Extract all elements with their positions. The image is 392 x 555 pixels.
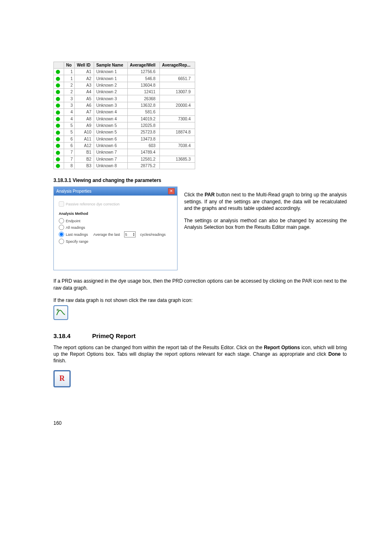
col-avgwell: Average/Well [128, 62, 160, 69]
col-color [54, 62, 64, 69]
cell-avgwell: 26368 [128, 95, 160, 102]
par-instruction-paragraph: Click the PAR button next to the Multi-R… [184, 191, 347, 212]
cell-wellid: B3 [75, 163, 94, 169]
report-r-letter: R [60, 374, 65, 383]
col-wellid: Well ID [75, 62, 94, 69]
radio-endpoint-label: Endpoint [66, 219, 81, 223]
graph-icon: R [56, 308, 65, 317]
cell-avgwell: 603 [128, 142, 160, 149]
section-number: 3.18.4 [53, 332, 90, 339]
cell-avgrep: 7300.4 [160, 115, 195, 122]
table-row: 6A12Unknown 66037038.4 [54, 142, 195, 149]
stepper-arrows-icon[interactable]: ▲▼ [133, 233, 135, 237]
cell-wellid: A5 [75, 95, 94, 102]
cell-no: 3 [64, 95, 75, 102]
cell-avgwell: 13632.8 [128, 102, 160, 108]
cell-no: 5 [64, 129, 75, 136]
cell-wellid: A6 [75, 102, 94, 108]
col-samplename: Sample Name [94, 62, 128, 69]
cell-no: 1 [64, 75, 75, 82]
row-color-swatch [54, 69, 64, 75]
row-color-swatch [54, 82, 64, 88]
cell-avgrep [160, 149, 195, 156]
analysis-method-label: Analysis Method [59, 212, 172, 216]
cell-wellid: B1 [75, 149, 94, 156]
row-color-swatch [54, 163, 64, 169]
cell-avgwell: 28775.2 [128, 163, 160, 169]
results-table: No Well ID Sample Name Average/Well Aver… [53, 62, 195, 169]
row-color-swatch [54, 149, 64, 156]
cell-no: 3 [64, 102, 75, 108]
cell-avgwell: 13473.8 [128, 136, 160, 142]
row-color-swatch [54, 102, 64, 108]
cell-samplename: Unknown 7 [94, 149, 128, 156]
cell-no: 1 [64, 69, 75, 75]
cell-avgrep: 18874.8 [160, 129, 195, 136]
table-row: 2A3Unknown 213604.8 [54, 82, 195, 88]
cell-wellid: A9 [75, 122, 94, 129]
cell-avgwell: 12756.6 [128, 69, 160, 75]
cell-samplename: Unknown 7 [94, 156, 128, 162]
cell-avgrep [160, 69, 195, 75]
cell-avgrep: 6651.7 [160, 75, 195, 82]
prd-assigned-paragraph: If a PRD was assigned in the dye usage b… [53, 278, 347, 291]
cell-no: 8 [64, 163, 75, 169]
table-row: 7B1Unknown 714789.4 [54, 149, 195, 156]
cell-samplename: Unknown 4 [94, 115, 128, 122]
cell-avgrep [160, 82, 195, 88]
analysis-properties-dialog: Analysis Properties ✕ Passive reference … [53, 187, 178, 270]
cell-no: 7 [64, 156, 75, 162]
row-color-swatch [54, 115, 64, 122]
cell-no: 2 [64, 89, 75, 95]
radio-last-readings[interactable] [59, 232, 64, 237]
section-title: PrimeQ Report [92, 332, 136, 339]
cell-samplename: Unknown 5 [94, 122, 128, 129]
cell-avgrep: 13685.3 [160, 156, 195, 162]
prd-checkbox-label: Passive reference dye correction [66, 202, 120, 206]
table-row: 5A10Unknown 525723.818874.8 [54, 129, 195, 136]
cell-wellid: A7 [75, 109, 94, 115]
cell-no: 4 [64, 115, 75, 122]
cell-samplename: Unknown 3 [94, 95, 128, 102]
cell-avgwell: 581.6 [128, 109, 160, 115]
row-color-swatch [54, 156, 64, 162]
cell-avgwell: 14019.2 [128, 115, 160, 122]
analysis-method-change-paragraph: The settings or analysis method can also… [184, 217, 347, 230]
radio-endpoint[interactable] [59, 218, 64, 223]
raw-data-graph-icon[interactable]: R [53, 305, 68, 320]
cell-avgwell: 14789.4 [128, 149, 160, 156]
cell-avgrep: 7038.4 [160, 142, 195, 149]
prd-checkbox-row: Passive reference dye correction [59, 201, 172, 207]
cell-wellid: A12 [75, 142, 94, 149]
col-avgrep: Average/Rep... [160, 62, 195, 69]
table-row: 8B3Unknown 828775.2 [54, 163, 195, 169]
radio-specify-range[interactable] [59, 239, 64, 244]
cell-avgwell: 12411 [128, 89, 160, 95]
table-row: 1A2Unknown 1546.86651.7 [54, 75, 195, 82]
row-color-swatch [54, 142, 64, 149]
cell-no: 5 [64, 122, 75, 129]
cell-wellid: A3 [75, 82, 94, 88]
table-header-row: No Well ID Sample Name Average/Well Aver… [54, 62, 195, 69]
cell-avgrep [160, 109, 195, 115]
row-color-swatch [54, 89, 64, 95]
table-row: 5A9Unknown 512025.8 [54, 122, 195, 129]
cell-avgrep [160, 122, 195, 129]
last-readings-stepper[interactable]: 5 ▲▼ [124, 231, 136, 237]
cell-wellid: B2 [75, 156, 94, 162]
table-row: 3A5Unknown 326368 [54, 95, 195, 102]
cell-wellid: A1 [75, 69, 94, 75]
cell-samplename: Unknown 2 [94, 89, 128, 95]
report-options-icon[interactable]: R [53, 370, 71, 387]
avg-last-text2: cycles/readings [140, 233, 166, 237]
radio-all-readings-label: All readings [66, 226, 85, 230]
close-icon[interactable]: ✕ [168, 188, 175, 194]
radio-specify-range-label: Specify range [66, 240, 88, 244]
radio-all-readings[interactable] [59, 225, 64, 230]
row-color-swatch [54, 129, 64, 136]
cell-no: 4 [64, 109, 75, 115]
cell-wellid: A10 [75, 129, 94, 136]
prd-checkbox[interactable] [59, 201, 64, 207]
cell-avgrep: 20000.4 [160, 102, 195, 108]
section-primeq-report: 3.18.4 PrimeQ Report [53, 332, 347, 339]
